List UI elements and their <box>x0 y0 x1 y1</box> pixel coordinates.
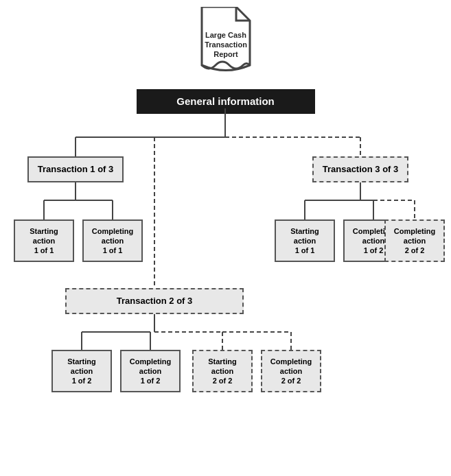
t2-starting-action-1: Startingaction1 of 2 <box>51 350 112 392</box>
t2-starting-action-2: Startingaction2 of 2 <box>192 350 253 392</box>
svg-text:Transaction: Transaction <box>205 40 247 49</box>
t2-completing-action-1: Completingaction1 of 2 <box>120 350 181 392</box>
svg-text:Report: Report <box>213 50 238 58</box>
transaction-2-label: Transaction 2 of 3 <box>117 296 193 307</box>
document-icon: Large Cash Transaction Report <box>195 7 257 79</box>
transaction-3-box: Transaction 3 of 3 <box>312 156 408 182</box>
t3-starting-action-1: Startingaction1 of 1 <box>275 219 335 262</box>
svg-text:Large Cash: Large Cash <box>205 31 246 39</box>
t1-starting-action-1: Startingaction1 of 1 <box>14 219 74 262</box>
transaction-1-box: Transaction 1 of 3 <box>27 156 124 182</box>
transaction-3-label: Transaction 3 of 3 <box>323 164 399 176</box>
general-information-label: General information <box>176 95 275 108</box>
diagram: Large Cash Transaction Report General in… <box>0 0 451 476</box>
general-information-box: General information <box>137 89 315 114</box>
transaction-1-label: Transaction 1 of 3 <box>38 164 114 176</box>
t3-completing-action-2: Completingaction2 of 2 <box>384 219 445 262</box>
t2-completing-action-2: Completingaction2 of 2 <box>261 350 321 392</box>
transaction-2-box: Transaction 2 of 3 <box>65 288 244 314</box>
t1-completing-action-1: Completingaction1 of 1 <box>82 219 143 262</box>
